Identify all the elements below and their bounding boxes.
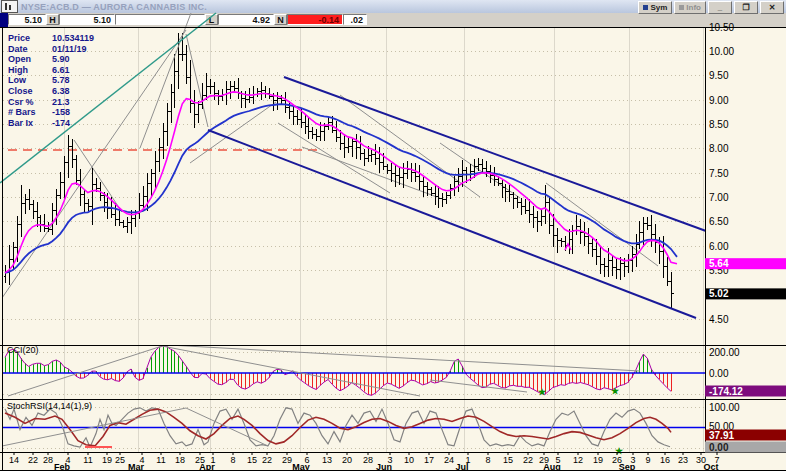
svg-text:19: 19 <box>593 455 603 465</box>
svg-text:50.00: 50.00 <box>709 421 734 432</box>
svg-text:-174: -174 <box>52 118 70 128</box>
sym-button[interactable]: Sym <box>638 1 672 14</box>
svg-text:Jun: Jun <box>376 462 392 471</box>
minimize-button[interactable]: _ <box>708 1 732 14</box>
svg-text:100.00: 100.00 <box>709 402 740 413</box>
svg-text:Jul: Jul <box>455 462 468 471</box>
svg-text:Open: Open <box>8 54 31 64</box>
svg-text:# Bars: # Bars <box>8 107 36 117</box>
svg-text:37.91: 37.91 <box>709 430 734 441</box>
svg-text:4: 4 <box>139 455 144 465</box>
window-title: NYSE:ACB.D — AURORA CANNABIS INC. <box>21 2 207 12</box>
price-panel <box>2 30 706 318</box>
svg-text:CCI(20): CCI(20) <box>7 345 39 355</box>
svg-text:High: High <box>8 65 28 75</box>
svg-text:6.61: 6.61 <box>52 65 70 75</box>
svg-text:7.00: 7.00 <box>709 192 729 203</box>
svg-text:9: 9 <box>645 455 650 465</box>
window-chart-icon <box>1 0 18 13</box>
svg-text:10.534119: 10.534119 <box>52 33 94 43</box>
svg-text:4.50: 4.50 <box>709 314 729 325</box>
svg-text:Aug: Aug <box>543 462 561 471</box>
empty-field <box>115 14 205 25</box>
stoch-fast-line <box>5 408 670 447</box>
ma-fast-line <box>5 92 677 273</box>
cci-panel <box>0 344 705 396</box>
quote-color-chip <box>0 13 8 27</box>
svg-text:1: 1 <box>465 455 470 465</box>
svg-text:6.50: 6.50 <box>709 216 729 227</box>
svg-text:12: 12 <box>573 455 583 465</box>
ma-slow-line <box>5 104 677 273</box>
svg-text:5.78: 5.78 <box>52 75 70 85</box>
svg-text:-158: -158 <box>52 107 70 117</box>
svg-text:9.00: 9.00 <box>709 95 729 106</box>
svg-text:28: 28 <box>43 455 53 465</box>
net-change-field: -0.14 <box>287 14 343 25</box>
svg-text:7: 7 <box>714 455 719 465</box>
svg-text:11: 11 <box>83 455 92 465</box>
svg-text:25: 25 <box>195 455 205 465</box>
svg-text:5.64: 5.64 <box>709 258 729 269</box>
svg-text:5.50: 5.50 <box>709 265 729 276</box>
svg-text:5.02: 5.02 <box>709 288 729 299</box>
svg-text:5: 5 <box>555 455 560 465</box>
low-price-field: 4.92 <box>218 14 274 25</box>
svg-text:23: 23 <box>678 455 688 465</box>
sym-icon <box>643 5 648 10</box>
svg-text:21.3: 21.3 <box>52 97 70 107</box>
svg-text:25: 25 <box>115 455 125 465</box>
info-panel: Price10.534119Date01/11/19Open5.90High6.… <box>8 33 94 128</box>
svg-text:200.00: 200.00 <box>709 347 740 358</box>
cci-envelope <box>5 346 671 395</box>
caret-marker <box>565 244 571 250</box>
maximize-button[interactable]: ❐ <box>734 1 758 14</box>
svg-text:0.00: 0.00 <box>709 442 729 453</box>
x-axis: 1422284111925411182518152229613202831017… <box>9 452 720 471</box>
ohlc-bars <box>4 33 674 308</box>
gridlines <box>3 27 705 452</box>
svg-text:17: 17 <box>424 455 434 465</box>
info-button[interactable]: Info <box>674 1 706 14</box>
svg-text:15: 15 <box>503 455 513 465</box>
svg-text:★: ★ <box>538 387 547 397</box>
net-label: N <box>274 14 287 25</box>
svg-text:7.50: 7.50 <box>709 168 729 179</box>
svg-text:11: 11 <box>156 455 165 465</box>
svg-text:30: 30 <box>696 455 706 465</box>
svg-text:Sep: Sep <box>619 462 636 471</box>
svg-text:Bar Ix: Bar Ix <box>8 118 33 128</box>
svg-text:28: 28 <box>363 455 373 465</box>
svg-text:19: 19 <box>102 455 112 465</box>
svg-text:Date: Date <box>8 44 28 54</box>
low-label: L <box>205 14 218 25</box>
svg-text:Feb: Feb <box>54 462 71 471</box>
stochrsi-panel <box>0 408 705 447</box>
svg-text:StochRSI(14,14(1),9): StochRSI(14,14(1),9) <box>7 401 92 411</box>
svg-text:10.00: 10.00 <box>709 46 734 57</box>
svg-text:20: 20 <box>342 455 352 465</box>
panel-frames <box>0 27 786 470</box>
quote-bar: 5.10 H 5.10 L 4.92 N -0.14 .02 <box>0 13 786 27</box>
svg-text:Csr %: Csr % <box>8 97 34 107</box>
stoch-signal-line <box>5 409 671 446</box>
svg-text:14: 14 <box>9 455 19 465</box>
svg-text:29: 29 <box>539 455 549 465</box>
svg-text:16: 16 <box>660 455 670 465</box>
svg-text:8.00: 8.00 <box>709 143 729 154</box>
svg-text:29: 29 <box>282 455 292 465</box>
svg-text:6: 6 <box>304 455 309 465</box>
svg-text:18: 18 <box>175 455 185 465</box>
chart-canvas[interactable]: ★★★10.5010.009.509.008.508.007.507.006.5… <box>0 0 786 471</box>
svg-text:1: 1 <box>210 455 215 465</box>
svg-text:8: 8 <box>230 455 235 465</box>
price-axis-labels: 10.5010.009.509.008.508.007.507.006.506.… <box>705 22 786 453</box>
svg-text:Mar: Mar <box>128 462 145 471</box>
svg-text:Apr: Apr <box>199 462 215 471</box>
svg-text:22: 22 <box>28 455 38 465</box>
svg-text:Close: Close <box>8 86 33 96</box>
close-button[interactable]: ✕ <box>760 1 784 14</box>
svg-text:26: 26 <box>612 455 622 465</box>
last-price-field: 5.10 <box>8 14 46 25</box>
svg-text:9.50: 9.50 <box>709 70 729 81</box>
